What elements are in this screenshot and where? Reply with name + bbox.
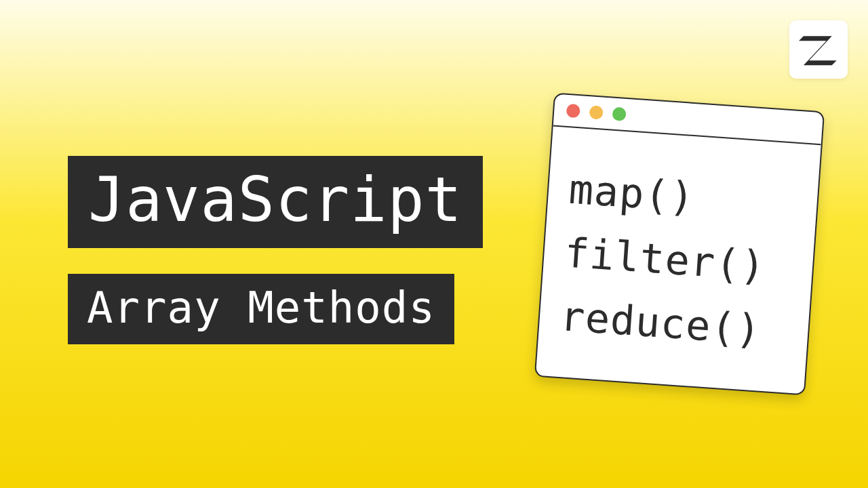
title-block: JavaScript Array Methods bbox=[68, 156, 483, 344]
title-primary: JavaScript bbox=[68, 156, 483, 248]
code-line: filter() bbox=[564, 232, 793, 288]
code-line: reduce() bbox=[559, 296, 789, 352]
z-logo-icon bbox=[799, 30, 838, 69]
code-line: map() bbox=[568, 169, 797, 225]
traffic-light-close-icon bbox=[566, 104, 580, 118]
code-window: map() filter() reduce() bbox=[534, 93, 825, 396]
traffic-light-minimize-icon bbox=[589, 105, 604, 119]
traffic-light-zoom-icon bbox=[612, 107, 626, 121]
title-secondary: Array Methods bbox=[68, 274, 454, 344]
brand-logo bbox=[789, 20, 848, 79]
window-body: map() filter() reduce() bbox=[536, 127, 821, 394]
